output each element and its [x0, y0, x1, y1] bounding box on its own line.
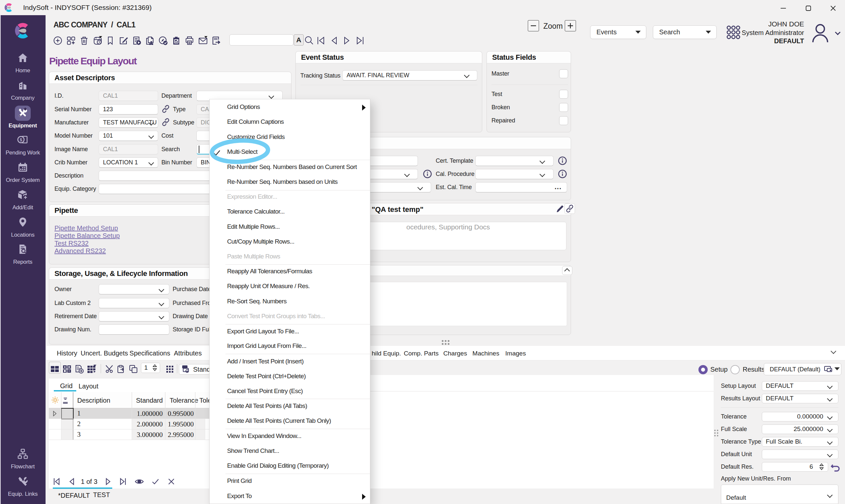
svg-text:$: $ [20, 137, 22, 142]
